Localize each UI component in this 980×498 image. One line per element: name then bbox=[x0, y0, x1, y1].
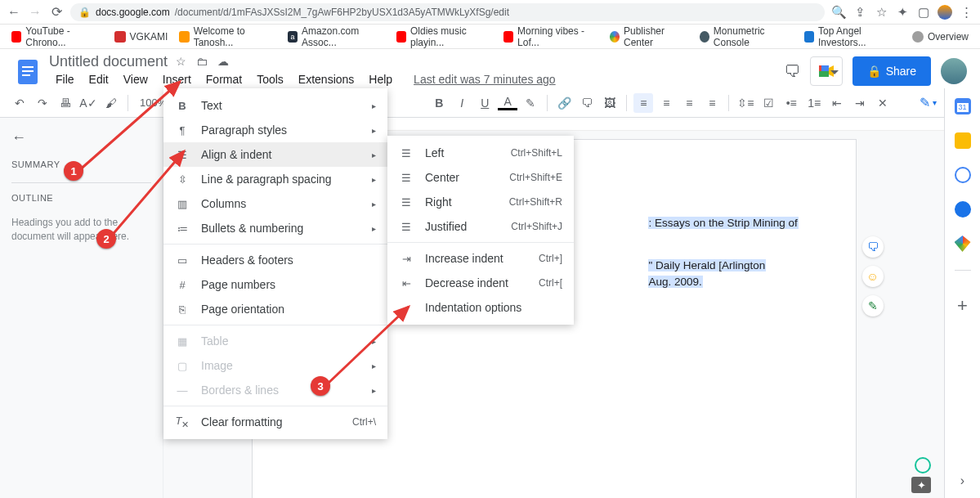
profile-icon[interactable] bbox=[937, 5, 952, 20]
keep-icon[interactable] bbox=[955, 132, 971, 149]
bookmark-item[interactable]: aAmazon.com Assoc... bbox=[288, 25, 385, 48]
reload-icon[interactable]: ⟳ bbox=[49, 4, 64, 20]
editing-mode-select[interactable]: ✎▾ bbox=[915, 92, 941, 113]
format-clear-formatting[interactable]: T✕Clear formattingCtrl+\ bbox=[163, 410, 387, 434]
indent-increase-icon[interactable]: ⇥ bbox=[850, 93, 870, 113]
bookmark-item[interactable]: Morning vibes - Lof... bbox=[503, 25, 598, 48]
format-columns[interactable]: ▥Columns▸ bbox=[163, 191, 387, 216]
explore-icon[interactable]: ✦ bbox=[911, 477, 931, 493]
align-left-icon[interactable]: ≡ bbox=[633, 93, 653, 113]
calendar-icon[interactable]: 31 bbox=[955, 98, 971, 114]
align-justified[interactable]: ☰JustifiedCtrl+Shift+J bbox=[387, 214, 574, 239]
clear-format-icon[interactable]: ✕ bbox=[873, 93, 893, 113]
format-line-spacing[interactable]: ⇳Line & paragraph spacing▸ bbox=[163, 167, 387, 191]
move-doc-icon[interactable]: 🗀 bbox=[196, 55, 208, 68]
format-page-orientation[interactable]: ⎘Page orientation bbox=[163, 297, 387, 321]
underline-icon[interactable]: U bbox=[475, 93, 494, 113]
menu-view[interactable]: View bbox=[117, 71, 154, 87]
align-right-icon[interactable]: ≡ bbox=[679, 93, 699, 113]
add-comment-icon[interactable]: 🗨 bbox=[862, 236, 884, 258]
suggest-edit-icon[interactable]: ✎ bbox=[862, 295, 884, 316]
add-comment-icon[interactable]: 🗨 bbox=[577, 93, 597, 113]
menu-tools[interactable]: Tools bbox=[250, 71, 290, 87]
paint-format-icon[interactable]: 🖌 bbox=[101, 93, 121, 113]
bookmark-item[interactable]: Top Angel Investors... bbox=[804, 25, 901, 48]
insert-link-icon[interactable]: 🔗 bbox=[554, 93, 574, 113]
undo-icon[interactable]: ↶ bbox=[10, 93, 29, 113]
print-icon[interactable]: 🖶 bbox=[56, 93, 75, 113]
menu-insert[interactable]: Insert bbox=[156, 71, 198, 87]
format-headers-footers[interactable]: ▭Headers & footers bbox=[163, 248, 387, 272]
decrease-indent[interactable]: ⇤Decrease indentCtrl+[ bbox=[387, 271, 574, 295]
bookmark-item[interactable]: YouTube - Chrono... bbox=[11, 25, 103, 48]
docs-logo-icon[interactable] bbox=[13, 56, 43, 86]
format-page-numbers[interactable]: #Page numbers bbox=[163, 272, 387, 297]
add-on-icon[interactable]: + bbox=[955, 298, 971, 314]
address-bar[interactable]: 🔒 docs.google.com/document/d/1mFAsJXSsI2… bbox=[70, 3, 825, 21]
menu-extensions[interactable]: Extensions bbox=[292, 71, 360, 87]
meet-button[interactable] bbox=[810, 56, 843, 86]
bookmark-item[interactable]: Overview bbox=[912, 31, 969, 43]
format-bullets-numbering[interactable]: ≔Bullets & numbering▸ bbox=[163, 216, 387, 240]
bookmarks-bar: YouTube - Chrono... VGKAMI Welcome to Ta… bbox=[0, 25, 980, 49]
annotation-3: 3 bbox=[311, 376, 330, 396]
doc-title[interactable]: Untitled document bbox=[49, 53, 168, 70]
align-center-icon[interactable]: ≡ bbox=[656, 93, 676, 113]
share-button[interactable]: 🔒Share bbox=[852, 56, 931, 86]
bold-icon[interactable]: B bbox=[429, 93, 449, 113]
italic-icon[interactable]: I bbox=[452, 93, 472, 113]
bookmark-item[interactable]: Welcome to Tanosh... bbox=[179, 25, 275, 48]
comments-history-icon[interactable]: 🗨 bbox=[784, 62, 800, 81]
contacts-icon[interactable] bbox=[955, 201, 971, 218]
emoji-react-icon[interactable]: ☺ bbox=[862, 266, 884, 287]
checklist-icon[interactable]: ☑ bbox=[758, 93, 778, 113]
align-center[interactable]: ☰CenterCtrl+Shift+E bbox=[387, 165, 574, 190]
indent-decrease-icon[interactable]: ⇤ bbox=[827, 93, 847, 113]
spellcheck-icon[interactable]: A✓ bbox=[78, 93, 98, 113]
format-table: ▦Table▸ bbox=[163, 329, 387, 353]
zoom-icon[interactable]: 🔍 bbox=[831, 5, 846, 20]
align-right[interactable]: ☰RightCtrl+Shift+R bbox=[387, 190, 574, 214]
hide-rail-icon[interactable]: › bbox=[960, 473, 964, 488]
insert-image-icon[interactable]: 🖼 bbox=[600, 93, 620, 113]
bullet-list-icon[interactable]: •≡ bbox=[781, 93, 801, 113]
grammarly-icon[interactable] bbox=[915, 457, 931, 473]
star-doc-icon[interactable]: ☆ bbox=[176, 55, 186, 68]
redo-icon[interactable]: ↷ bbox=[33, 93, 52, 113]
forward-icon[interactable]: → bbox=[28, 5, 43, 20]
increase-indent[interactable]: ⇥Increase indentCtrl+] bbox=[387, 246, 574, 271]
last-edit-text[interactable]: Last edit was 7 minutes ago bbox=[407, 71, 562, 87]
menu-help[interactable]: Help bbox=[362, 71, 399, 87]
star-icon[interactable]: ☆ bbox=[874, 5, 888, 20]
text-color-icon[interactable]: A bbox=[498, 96, 517, 110]
menu-file[interactable]: File bbox=[49, 71, 81, 87]
tasks-icon[interactable] bbox=[955, 167, 971, 183]
ruler[interactable] bbox=[327, 118, 944, 131]
bookmark-item[interactable]: Oldies music playin... bbox=[396, 25, 492, 48]
format-paragraph-styles[interactable]: ¶Paragraph styles▸ bbox=[163, 118, 387, 142]
format-image: ▢Image▸ bbox=[163, 353, 387, 378]
bookmark-item[interactable]: Publisher Center bbox=[610, 25, 688, 48]
menu-format[interactable]: Format bbox=[199, 71, 248, 87]
maps-icon[interactable] bbox=[955, 236, 971, 252]
extensions-icon[interactable]: ✦ bbox=[895, 5, 910, 20]
menu-edit[interactable]: Edit bbox=[83, 71, 115, 87]
url-host: docs.google.com bbox=[96, 7, 170, 18]
bookmark-item[interactable]: Monumetric Console bbox=[700, 25, 793, 48]
close-outline-icon[interactable]: ← bbox=[11, 129, 151, 146]
bookmark-item[interactable]: VGKAMI bbox=[114, 31, 168, 43]
highlight-icon[interactable]: ✎ bbox=[521, 93, 540, 113]
account-avatar[interactable] bbox=[941, 58, 967, 84]
align-justify-icon[interactable]: ≡ bbox=[702, 93, 722, 113]
svg-rect-3 bbox=[22, 74, 30, 76]
share-page-icon[interactable]: ⇪ bbox=[852, 5, 867, 20]
align-left[interactable]: ☰LeftCtrl+Shift+L bbox=[387, 141, 574, 165]
number-list-icon[interactable]: 1≡ bbox=[804, 93, 824, 113]
menu-icon[interactable]: ⋮ bbox=[959, 5, 973, 20]
indentation-options[interactable]: Indentation options bbox=[387, 295, 574, 320]
panel-icon[interactable]: ▢ bbox=[916, 5, 931, 20]
format-align-indent[interactable]: ☰Align & indent▸ bbox=[163, 142, 387, 167]
format-text[interactable]: BText▸ bbox=[163, 93, 387, 118]
back-icon[interactable]: ← bbox=[7, 5, 21, 20]
line-spacing-icon[interactable]: ⇳≡ bbox=[736, 93, 755, 113]
